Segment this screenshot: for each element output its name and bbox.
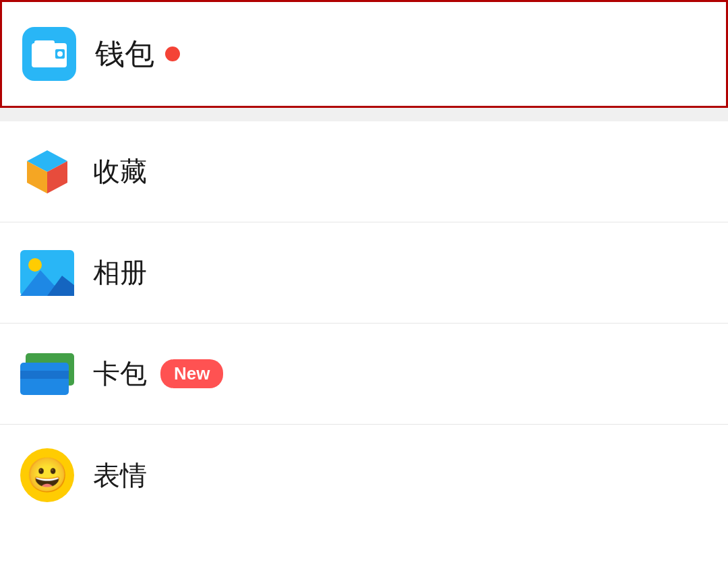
- cardwallet-label: 卡包: [93, 355, 147, 392]
- new-badge: New: [160, 359, 223, 388]
- album-label: 相册: [93, 254, 147, 291]
- album-icon: [20, 246, 74, 300]
- cube-icon-svg: [20, 145, 74, 199]
- wallet-svg: [32, 40, 67, 67]
- list-section: 收藏 相册: [0, 121, 728, 579]
- album-svg: [20, 250, 74, 296]
- favorites-icon: [20, 145, 74, 199]
- emoji-item[interactable]: 😀 表情: [0, 425, 728, 526]
- wallet-notification-dot: [165, 47, 180, 61]
- svg-rect-13: [20, 371, 69, 379]
- wallet-item[interactable]: 钱包: [0, 0, 728, 108]
- album-item[interactable]: 相册: [0, 222, 728, 324]
- cardwallet-icon: [20, 347, 74, 401]
- svg-point-3: [57, 51, 63, 57]
- wallet-label: 钱包: [95, 34, 154, 74]
- favorites-label: 收藏: [93, 153, 147, 190]
- emoji-face: 😀: [20, 448, 74, 502]
- svg-rect-1: [34, 40, 55, 47]
- page-container: 钱包 收藏: [0, 0, 728, 579]
- svg-point-8: [28, 258, 42, 272]
- cardwallet-item[interactable]: 卡包 New: [0, 324, 728, 425]
- emoji-label: 表情: [93, 457, 147, 494]
- emoji-icon: 😀: [20, 448, 74, 502]
- favorites-item[interactable]: 收藏: [0, 121, 728, 222]
- cards-svg: [20, 353, 74, 395]
- wallet-icon: [22, 27, 76, 81]
